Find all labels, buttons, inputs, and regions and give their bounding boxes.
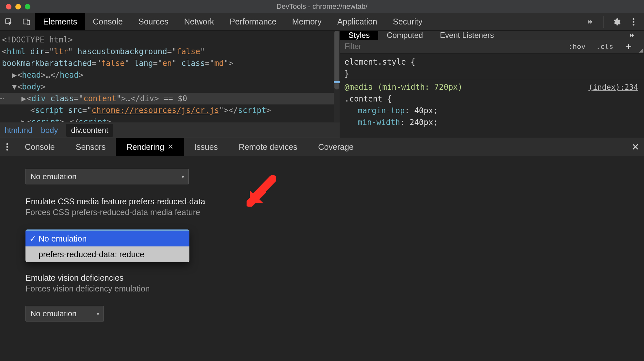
- section-title: Emulate CSS media feature prefers-reduce…: [25, 197, 644, 206]
- drawer-kebab-icon[interactable]: [0, 138, 14, 156]
- crumb-current[interactable]: div.content: [66, 124, 113, 137]
- inspect-icon[interactable]: [0, 13, 18, 30]
- drawer-tab-issues[interactable]: Issues: [184, 138, 228, 156]
- tab-styles[interactable]: Styles: [340, 31, 378, 40]
- settings-icon[interactable]: [609, 15, 624, 29]
- close-tab-icon[interactable]: ✕: [168, 143, 173, 151]
- tab-console[interactable]: Console: [85, 13, 131, 30]
- rendering-pane: No emulation Emulate CSS media feature p…: [0, 156, 644, 355]
- svg-rect-2: [27, 20, 30, 24]
- section-subtitle-2: Forces vision deficiency emulation: [25, 284, 644, 293]
- crumb-body[interactable]: body: [41, 126, 58, 135]
- selector: .content {: [345, 93, 639, 105]
- svg-point-4: [633, 21, 634, 23]
- section-title-2: Emulate vision deficiencies: [25, 273, 644, 283]
- window-title: DevTools - chrome://newtab/: [0, 2, 644, 11]
- vision-select[interactable]: No emulation: [25, 306, 104, 322]
- toolbar-divider: [603, 16, 604, 28]
- annotation-arrow-icon: [247, 174, 276, 207]
- tab-elements[interactable]: Elements: [35, 13, 85, 30]
- styles-tabs: Styles Computed Event Listeners: [340, 31, 644, 40]
- dropdown-option-selected[interactable]: No emulation: [25, 231, 189, 246]
- brace-close: }: [345, 68, 639, 80]
- breadcrumb: html.md body div.content: [0, 122, 340, 138]
- more-tabs-icon[interactable]: [620, 31, 644, 40]
- crumb-html[interactable]: html.md: [5, 126, 32, 135]
- tab-security[interactable]: Security: [385, 13, 430, 30]
- tab-computed[interactable]: Computed: [378, 31, 431, 40]
- collapse-icon[interactable]: ▼: [11, 81, 17, 93]
- scrollbar[interactable]: [334, 31, 340, 122]
- svg-point-3: [633, 18, 634, 20]
- more-tabs-icon[interactable]: [583, 15, 597, 29]
- tab-event-listeners[interactable]: Event Listeners: [431, 31, 502, 40]
- close-drawer-icon[interactable]: ✕: [626, 138, 644, 156]
- new-rule-button[interactable]: ＋: [619, 40, 639, 53]
- emulate-select-above[interactable]: No emulation: [25, 169, 189, 184]
- drawer: Console Sensors Rendering✕ Issues Remote…: [0, 138, 644, 355]
- kebab-icon[interactable]: [626, 15, 641, 29]
- window-titlebar: DevTools - chrome://newtab/: [0, 0, 644, 13]
- expand-icon[interactable]: ▶: [11, 69, 17, 81]
- tab-application[interactable]: Application: [330, 13, 385, 30]
- devtools-toolbar: Elements Console Sources Network Perform…: [0, 13, 644, 31]
- drawer-tab-coverage[interactable]: Coverage: [308, 138, 364, 156]
- tab-performance[interactable]: Performance: [222, 13, 284, 30]
- selected-node[interactable]: ▶<div class="content">…</div> == $0: [0, 93, 340, 104]
- source-link[interactable]: (index):234: [588, 81, 638, 93]
- tab-sources[interactable]: Sources: [131, 13, 176, 30]
- svg-point-7: [6, 146, 8, 148]
- drawer-tab-remote[interactable]: Remote devices: [228, 138, 308, 156]
- tab-network[interactable]: Network: [176, 13, 222, 30]
- styles-panel: Styles Computed Event Listeners :hov .cl…: [340, 31, 644, 122]
- resize-handle-icon[interactable]: [639, 48, 643, 53]
- dom-tree[interactable]: <!DOCTYPE html> <html dir="ltr" hascusto…: [0, 31, 340, 122]
- cls-toggle[interactable]: .cls: [591, 40, 619, 53]
- svg-point-6: [6, 143, 8, 145]
- tab-memory[interactable]: Memory: [284, 13, 329, 30]
- element-style-rule: element.style {: [345, 56, 639, 68]
- dropdown-option[interactable]: prefers-reduced-data: reduce: [25, 246, 189, 262]
- drawer-tab-console[interactable]: Console: [14, 138, 65, 156]
- section-subtitle: Forces CSS prefers-reduced-data media fe…: [25, 208, 644, 217]
- styles-filter-input[interactable]: [340, 40, 563, 53]
- device-toggle-icon[interactable]: [18, 13, 35, 30]
- main-tabs: Elements Console Sources Network Perform…: [35, 13, 583, 30]
- styles-rules[interactable]: element.style { } (index):234 @media (mi…: [340, 54, 644, 131]
- drawer-tab-rendering[interactable]: Rendering✕: [116, 138, 184, 156]
- svg-point-8: [6, 149, 8, 150]
- emulate-dropdown-open[interactable]: No emulation prefers-reduced-data: reduc…: [25, 229, 189, 262]
- hov-toggle[interactable]: :hov: [563, 40, 591, 53]
- drawer-tab-sensors[interactable]: Sensors: [65, 138, 116, 156]
- doctype: <!DOCTYPE html>: [2, 35, 73, 44]
- svg-point-5: [633, 24, 634, 25]
